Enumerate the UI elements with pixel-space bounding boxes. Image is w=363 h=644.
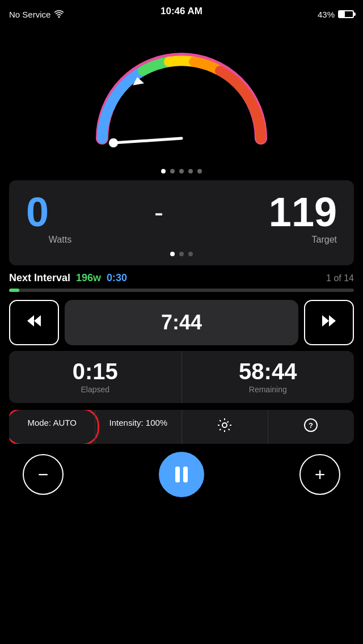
rewind-button[interactable] bbox=[9, 300, 59, 345]
interval-label: Next Interval bbox=[9, 272, 70, 284]
battery-percent: 43% bbox=[318, 10, 335, 19]
elapsed-value: 0:15 bbox=[18, 360, 172, 383]
svg-marker-6 bbox=[329, 315, 336, 327]
gauge-section bbox=[0, 31, 363, 167]
remaining-value: 58:44 bbox=[191, 360, 345, 383]
intensity-button[interactable]: Intensity: 100% bbox=[95, 410, 181, 444]
dot-1 bbox=[161, 169, 166, 173]
elapsed-label: Elapsed bbox=[18, 385, 172, 394]
help-button[interactable]: ? bbox=[268, 410, 354, 444]
target-label: Target bbox=[269, 235, 337, 245]
gauge-wrapper bbox=[85, 42, 278, 155]
fastforward-icon bbox=[319, 313, 339, 333]
watt-labels: Watts Target bbox=[26, 235, 337, 245]
settings-icon bbox=[187, 418, 263, 436]
settings-button[interactable] bbox=[182, 410, 268, 444]
fastforward-button[interactable] bbox=[304, 300, 354, 345]
intensity-label: Intensity: 100% bbox=[109, 418, 168, 427]
card-dot-2 bbox=[179, 252, 184, 256]
time-row: 0:15 Elapsed 58:44 Remaining bbox=[9, 351, 354, 403]
bottom-actions: − + bbox=[0, 444, 363, 497]
battery-icon bbox=[338, 10, 354, 18]
remaining-label: Remaining bbox=[191, 385, 345, 394]
status-left: No Service bbox=[9, 10, 64, 19]
svg-point-2 bbox=[109, 138, 118, 147]
remaining-cell: 58:44 Remaining bbox=[182, 351, 354, 403]
transport-time-display: 7:44 bbox=[65, 300, 298, 345]
status-time: 10:46 AM bbox=[161, 6, 202, 17]
svg-line-1 bbox=[113, 138, 182, 143]
card-dot-1 bbox=[170, 252, 175, 256]
interval-count: 1 of 14 bbox=[326, 273, 354, 283]
gauge-svg bbox=[85, 42, 278, 155]
minus-icon: − bbox=[38, 464, 49, 485]
gauge-page-dots bbox=[0, 169, 363, 173]
progress-bar-fill bbox=[9, 289, 19, 292]
elapsed-cell: 0:15 Elapsed bbox=[9, 351, 182, 403]
pause-button[interactable] bbox=[159, 452, 204, 497]
watt-card: 0 - 119 Watts Target bbox=[9, 180, 354, 265]
svg-marker-4 bbox=[34, 315, 41, 327]
help-icon: ? bbox=[273, 418, 349, 436]
mode-label: Mode: AUTO bbox=[27, 418, 76, 427]
watts-value: 0 bbox=[26, 192, 49, 232]
svg-point-7 bbox=[222, 423, 227, 427]
watts-label: Watts bbox=[26, 235, 94, 245]
status-right: 43% bbox=[318, 10, 354, 19]
interval-watts: 196w bbox=[76, 272, 101, 284]
dash-separator: - bbox=[154, 197, 163, 228]
dot-5 bbox=[197, 169, 202, 173]
interval-time: 0:30 bbox=[107, 272, 127, 284]
interval-row: Next Interval 196w 0:30 1 of 14 bbox=[0, 272, 363, 284]
progress-bar-container bbox=[9, 289, 354, 292]
pause-bar-right bbox=[183, 467, 188, 482]
rewind-icon bbox=[24, 313, 44, 333]
watt-row: 0 - 119 bbox=[26, 192, 337, 232]
wifi-icon bbox=[54, 10, 64, 18]
toolbar: Mode: AUTO Intensity: 100% ? bbox=[9, 410, 354, 444]
pause-icon bbox=[175, 467, 188, 482]
dot-4 bbox=[188, 169, 193, 173]
mode-button[interactable]: Mode: AUTO bbox=[9, 410, 95, 444]
transport-row[interactable]: 7:44 bbox=[9, 300, 354, 345]
minus-button[interactable]: − bbox=[23, 454, 64, 495]
svg-text:?: ? bbox=[309, 421, 313, 430]
dot-2 bbox=[170, 169, 175, 173]
plus-icon: + bbox=[315, 464, 326, 485]
svg-marker-3 bbox=[27, 315, 34, 327]
plus-button[interactable]: + bbox=[299, 454, 340, 495]
svg-marker-5 bbox=[322, 315, 329, 327]
card-dot-3 bbox=[188, 252, 193, 256]
target-value: 119 bbox=[269, 192, 337, 232]
card-page-dots bbox=[26, 252, 337, 256]
pause-bar-left bbox=[175, 467, 180, 482]
status-bar: No Service 10:46 AM 43% bbox=[0, 0, 363, 25]
dot-3 bbox=[179, 169, 184, 173]
carrier-text: No Service bbox=[9, 10, 50, 19]
